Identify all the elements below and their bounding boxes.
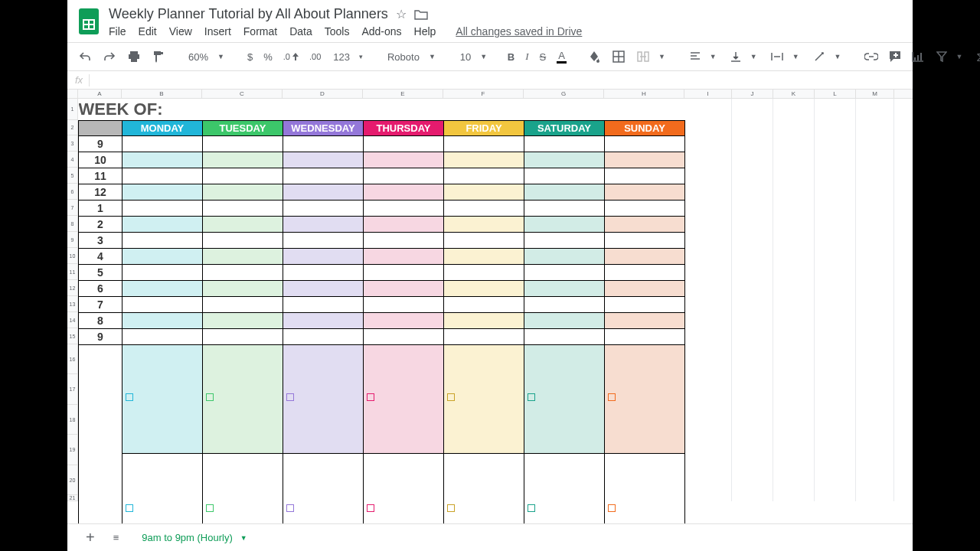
col-header[interactable]: G	[524, 90, 604, 98]
schedule-cell[interactable]	[524, 216, 605, 232]
todo-cell[interactable]	[605, 454, 685, 523]
format-123-dropdown[interactable]: 123▾	[328, 50, 368, 64]
schedule-cell[interactable]	[203, 312, 283, 328]
checkbox-icon[interactable]	[528, 504, 535, 512]
schedule-cell[interactable]	[122, 216, 203, 232]
todo-cell[interactable]	[283, 344, 364, 454]
functions-dropdown[interactable]: Σ▼	[972, 49, 980, 65]
col-header[interactable]: K	[773, 90, 815, 98]
schedule-cell[interactable]	[444, 248, 524, 264]
schedule-cell[interactable]	[605, 184, 685, 200]
menu-view[interactable]: View	[169, 25, 192, 37]
link-icon[interactable]	[861, 51, 881, 62]
todo-cell[interactable]	[203, 454, 283, 523]
todo-cell[interactable]	[203, 344, 283, 454]
schedule-cell[interactable]	[524, 152, 605, 168]
cells[interactable]: WEEK OF:MONDAYTUESDAYWEDNESDAYTHURSDAYFR…	[78, 99, 913, 501]
col-header[interactable]: H	[604, 90, 684, 98]
col-header[interactable]: L	[815, 90, 856, 98]
row-header[interactable]: 11	[67, 264, 77, 280]
menu-help[interactable]: Help	[414, 25, 436, 37]
todo-cell[interactable]	[605, 344, 685, 454]
paint-format-icon[interactable]	[149, 48, 168, 65]
all-sheets-icon[interactable]: ≡	[110, 530, 122, 545]
todo-cell[interactable]	[524, 454, 605, 523]
schedule-cell[interactable]	[122, 280, 203, 296]
schedule-cell[interactable]	[203, 135, 283, 152]
schedule-cell[interactable]	[283, 184, 364, 200]
todo-cell[interactable]	[122, 454, 203, 523]
schedule-cell[interactable]	[122, 232, 203, 248]
schedule-cell[interactable]	[605, 168, 685, 184]
col-header[interactable]: C	[202, 90, 283, 98]
schedule-cell[interactable]	[203, 248, 283, 264]
fill-color-icon[interactable]	[585, 49, 605, 64]
todo-cell[interactable]	[444, 344, 524, 454]
row-header[interactable]: 3	[67, 135, 77, 152]
filter-dropdown[interactable]: ▼	[932, 50, 968, 64]
todo-cell[interactable]	[122, 344, 203, 454]
schedule-cell[interactable]	[122, 296, 203, 312]
schedule-cell[interactable]	[203, 296, 283, 312]
col-header[interactable]: E	[363, 90, 443, 98]
schedule-cell[interactable]	[444, 280, 524, 296]
save-status[interactable]: All changes saved in Drive	[456, 25, 582, 37]
schedule-cell[interactable]	[203, 184, 283, 200]
schedule-cell[interactable]	[444, 296, 524, 312]
row-header[interactable]: 6	[67, 184, 77, 200]
schedule-cell[interactable]	[364, 232, 444, 248]
schedule-cell[interactable]	[283, 152, 364, 168]
decrease-decimal-button[interactable]: .0	[280, 51, 302, 63]
print-icon[interactable]	[124, 49, 144, 64]
schedule-cell[interactable]	[203, 152, 283, 168]
font-size-dropdown[interactable]: 10▼	[456, 50, 489, 64]
schedule-cell[interactable]	[122, 135, 203, 152]
checkbox-icon[interactable]	[608, 504, 616, 512]
currency-button[interactable]: $	[244, 50, 256, 64]
schedule-cell[interactable]	[283, 280, 364, 296]
schedule-cell[interactable]	[524, 232, 605, 248]
schedule-cell[interactable]	[283, 296, 364, 312]
schedule-cell[interactable]	[203, 168, 283, 184]
schedule-cell[interactable]	[444, 264, 524, 280]
col-header[interactable]: I	[684, 90, 732, 98]
schedule-cell[interactable]	[605, 312, 685, 328]
schedule-cell[interactable]	[122, 152, 203, 168]
redo-icon[interactable]	[100, 49, 119, 64]
schedule-cell[interactable]	[444, 232, 524, 248]
row-header[interactable]: 17	[67, 374, 77, 405]
row-header[interactable]: 2	[67, 120, 77, 135]
schedule-cell[interactable]	[524, 264, 605, 280]
schedule-cell[interactable]	[283, 312, 364, 328]
schedule-cell[interactable]	[283, 135, 364, 152]
schedule-cell[interactable]	[203, 264, 283, 280]
schedule-cell[interactable]	[524, 168, 605, 184]
schedule-cell[interactable]	[364, 216, 444, 232]
checkbox-icon[interactable]	[286, 504, 294, 512]
merge-dropdown[interactable]: ▼	[632, 50, 670, 64]
schedule-cell[interactable]	[122, 184, 203, 200]
schedule-cell[interactable]	[605, 216, 685, 232]
formula-bar[interactable]: fx	[67, 71, 913, 90]
schedule-cell[interactable]	[524, 135, 605, 152]
schedule-cell[interactable]	[524, 200, 605, 216]
schedule-cell[interactable]	[444, 216, 524, 232]
valign-dropdown[interactable]: ▼	[726, 50, 762, 64]
strikethrough-button[interactable]: S	[537, 50, 550, 64]
checkbox-icon[interactable]	[206, 504, 214, 512]
star-icon[interactable]: ☆	[396, 7, 407, 21]
checkbox-icon[interactable]	[447, 504, 455, 512]
schedule-cell[interactable]	[364, 328, 444, 344]
row-header[interactable]: 20	[67, 465, 77, 495]
schedule-cell[interactable]	[283, 200, 364, 216]
menu-format[interactable]: Format	[243, 25, 277, 37]
schedule-cell[interactable]	[605, 232, 685, 248]
checkbox-icon[interactable]	[608, 393, 616, 401]
font-dropdown[interactable]: Roboto▼	[383, 50, 440, 64]
schedule-cell[interactable]	[605, 200, 685, 216]
column-headers[interactable]: ABCDEFGHIJKLM	[67, 90, 913, 99]
schedule-cell[interactable]	[524, 296, 605, 312]
menu-addons[interactable]: Add-ons	[361, 25, 401, 37]
schedule-cell[interactable]	[122, 200, 203, 216]
col-header[interactable]: F	[443, 90, 524, 98]
